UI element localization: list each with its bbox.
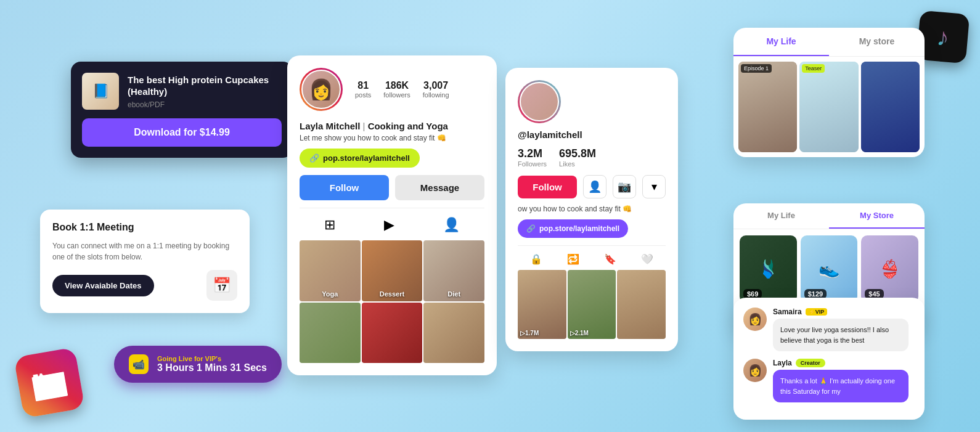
mylife-cell-inner-3 xyxy=(861,62,920,152)
download-button[interactable]: Download for $14.99 xyxy=(82,118,282,147)
ig-tabs: ⊞ ▶ 👤 xyxy=(300,208,484,239)
ebook-type: ebook/PDF xyxy=(128,100,282,109)
samaira-name-row: Samaira ⚡VIP xyxy=(773,308,909,316)
tt-heart-tab[interactable]: 🤍 xyxy=(641,253,653,265)
view-dates-button[interactable]: View Avaiable Dates xyxy=(52,275,154,296)
store-items: 🩱 $69 👟 $129 👙 $45 xyxy=(733,229,925,309)
samaira-name: Samaira xyxy=(773,308,802,316)
tt-stats: 3.2M Followers 695.8M Likes xyxy=(518,147,666,168)
grid-cell-yoga: Yoga xyxy=(300,240,361,301)
tt-link-icon: 🔗 xyxy=(526,224,536,233)
mystore-tab-2[interactable]: My Store xyxy=(829,203,925,229)
tt-views-2: ▷2.1M xyxy=(570,330,589,336)
ig-grid: Yoga Dessert Diet xyxy=(300,240,484,363)
reels-tab-icon[interactable]: ▶ xyxy=(384,217,394,233)
samaira-message: Love your live yoga sessions!! I also be… xyxy=(773,319,909,351)
followers-count: 186K xyxy=(383,80,410,91)
tt-views-1: ▷1.7M xyxy=(520,330,539,336)
ebook-card: 📘 The best High protein Cupcakes (Health… xyxy=(71,62,293,158)
following-label: following xyxy=(423,91,449,99)
link-icon: 🔗 xyxy=(309,153,319,163)
ig-avatar-ring: 👩 xyxy=(300,68,343,111)
live-text: Going Live for VIP's 3 Hours 1 Mins 31 S… xyxy=(157,355,267,373)
ebook-title: The best High protein Cupcakes (Healthy) xyxy=(128,74,282,98)
grid-tab-icon[interactable]: ⊞ xyxy=(324,217,335,233)
tt-grid-cell-2: ▷2.1M xyxy=(568,270,616,339)
mylife-tabs: My Life My store xyxy=(733,28,925,57)
mylife-tab-1[interactable]: My Life xyxy=(733,28,829,56)
tt-follow-button[interactable]: Follow xyxy=(518,176,577,198)
calendar-icon: 📅 xyxy=(206,270,237,301)
ig-actions: Follow Message xyxy=(300,175,484,200)
ig-name-text: Layla Mitchell xyxy=(300,121,360,131)
tt-tabs: 🔒 🔁 🔖 🤍 xyxy=(518,245,666,270)
message-button[interactable]: Message xyxy=(395,175,484,200)
ig-profile-top: 👩 81 posts 186K followers 3,007 followin… xyxy=(300,68,484,111)
meeting-bottom: View Avaiable Dates 📅 xyxy=(52,270,237,301)
tt-followers-count: 3.2M xyxy=(518,147,547,160)
tt-avatar-ring xyxy=(518,80,561,123)
mylife-cell-2: Teaser xyxy=(799,62,858,152)
ig-stats: 81 posts 186K followers 3,007 following xyxy=(355,80,449,99)
avatar-emoji: 👩 xyxy=(309,78,333,101)
tt-likes-count: 695.8M xyxy=(559,147,596,160)
ig-link-text: pop.store/laylamitchell xyxy=(323,153,410,163)
grid-cell-food1 xyxy=(300,303,361,364)
tt-likes-label: Likes xyxy=(559,160,596,168)
ig-avatar: 👩 xyxy=(301,70,341,109)
grid-cell-food2 xyxy=(362,303,423,364)
ebook-thumbnail: 📘 xyxy=(82,73,119,110)
tt-followers-stat: 3.2M Followers xyxy=(518,147,547,168)
mylife-cell-inner-2 xyxy=(799,62,858,152)
grid-cell-diet: Diet xyxy=(423,240,484,301)
ebook-info: The best High protein Cupcakes (Healthy)… xyxy=(128,74,282,109)
mylife-cell-1: Episode 1 xyxy=(738,62,797,152)
chat-message-2: 👩 Layla Creator Thanks a lot 🙏 I'm actua… xyxy=(743,359,915,402)
tt-actions: Follow 👤 📷 ▾ xyxy=(518,175,666,198)
tt-grid: ▷1.7M ▷2.1M xyxy=(518,270,666,339)
mylife-tab-2[interactable]: My store xyxy=(829,28,925,56)
live-card: 📹 Going Live for VIP's 3 Hours 1 Mins 31… xyxy=(114,346,282,383)
store-item-shoes: 👟 $129 xyxy=(801,235,858,303)
samaira-avatar: 👩 xyxy=(743,308,767,331)
ig-followers-stat: 186K followers xyxy=(383,80,410,99)
tt-handle: @laylamitchell xyxy=(518,129,666,140)
tt-avatar xyxy=(520,82,559,121)
ig-posts-stat: 81 posts xyxy=(355,80,371,99)
tt-person-icon-btn[interactable]: 👤 xyxy=(583,175,606,198)
ig-name: Layla Mitchell | Cooking and Yoga xyxy=(300,121,484,131)
mylife-grid: Episode 1 Teaser xyxy=(733,57,925,157)
follow-button[interactable]: Follow xyxy=(300,175,389,200)
tt-bookmark-tab[interactable]: 🔖 xyxy=(604,253,616,265)
ig-bio: Let me show you how to cook and stay fit… xyxy=(300,134,484,142)
tagged-tab-icon[interactable]: 👤 xyxy=(443,217,460,233)
live-vip-label: Going Live for VIP's xyxy=(157,355,267,362)
store-item-leggings: 🩱 $69 xyxy=(740,235,797,303)
mystore-tab-1[interactable]: My Life xyxy=(733,203,829,229)
ig-category: Cooking and Yoga xyxy=(368,121,448,131)
live-timer: 3 Hours 1 Mins 31 Secs xyxy=(157,362,267,373)
chat-bubble-2-container: Layla Creator Thanks a lot 🙏 I'm actuall… xyxy=(773,359,909,402)
meeting-title: Book 1:1 Meeting xyxy=(52,222,237,233)
tt-follow-label: F xyxy=(533,182,538,192)
ig-link[interactable]: 🔗 pop.store/laylamitchell xyxy=(300,149,420,168)
ig-following-stat: 3,007 following xyxy=(423,80,449,99)
tt-lock-tab[interactable]: 🔒 xyxy=(530,253,542,265)
episode-badge-1: Episode 1 xyxy=(741,64,772,73)
chat-card: 👩 Samaira ⚡VIP Love your live yoga sessi… xyxy=(733,298,925,420)
mylife-cell-inner-1 xyxy=(738,62,797,152)
tt-followers-label: Followers xyxy=(518,160,547,168)
tt-grid-cell-1: ▷1.7M xyxy=(518,270,566,339)
meeting-card: Book 1:1 Meeting You can connect with me… xyxy=(40,210,250,313)
tt-link[interactable]: 🔗 pop.store/laylamitchell xyxy=(518,219,628,238)
tt-instagram-icon-btn[interactable]: 📷 xyxy=(613,175,636,198)
teaser-badge: Teaser xyxy=(802,64,825,73)
tt-more-btn[interactable]: ▾ xyxy=(642,175,666,198)
posts-count: 81 xyxy=(355,80,371,91)
mylife-panel: My Life My store Episode 1 Teaser xyxy=(733,28,925,157)
camera-icon: 📹 xyxy=(129,354,149,374)
tt-retweet-tab[interactable]: 🔁 xyxy=(567,253,579,265)
following-count: 3,007 xyxy=(423,80,449,91)
mystore-tabs: My Life My Store xyxy=(733,203,925,229)
grid-cell-dessert: Dessert xyxy=(362,240,423,301)
